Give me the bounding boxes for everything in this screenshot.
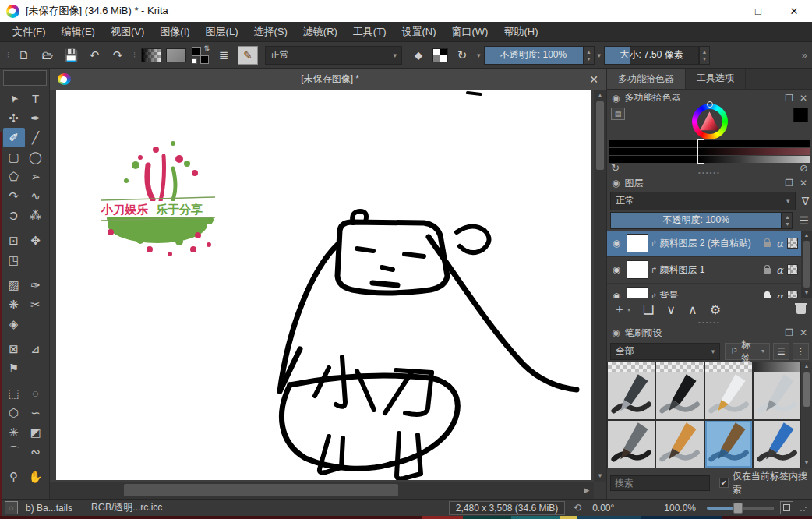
layer-name[interactable]: 背景: [659, 290, 761, 298]
background-color-swatch[interactable]: [200, 55, 209, 64]
layer-visibility-icon[interactable]: ◉: [609, 264, 624, 275]
pencil-blue[interactable]: [754, 421, 800, 468]
menu-item[interactable]: 设置(N): [394, 22, 443, 42]
layer-options-icon[interactable]: ☰: [799, 214, 809, 227]
layer-lock-icon[interactable]: [764, 242, 771, 247]
layers-scroll-thumb[interactable]: [803, 241, 810, 288]
polygon-tool[interactable]: ⬠: [3, 167, 25, 186]
menu-item[interactable]: 窗口(W): [444, 22, 496, 42]
layer-inherit-alpha-icon[interactable]: [787, 238, 798, 249]
brush-preset-partial[interactable]: [705, 362, 752, 372]
ellipse-select-tool[interactable]: ◌: [25, 383, 47, 403]
freehand-select-tool[interactable]: ∽: [25, 403, 47, 422]
dynamic-brush-tool[interactable]: Ɔ: [3, 206, 25, 225]
layer-alpha-lock-icon[interactable]: α: [776, 264, 783, 276]
brush-preset-partial[interactable]: [608, 362, 655, 372]
float-docker-icon[interactable]: ❐: [785, 327, 793, 338]
menu-item[interactable]: 帮助(H): [496, 22, 545, 42]
vertical-scroll-thumb[interactable]: [596, 101, 604, 170]
crop-tool[interactable]: ◳: [3, 250, 25, 270]
scroll-right-icon[interactable]: ▶: [580, 486, 594, 494]
window-resize-grip[interactable]: [800, 504, 807, 512]
layer-opacity-spinner[interactable]: ▲▼: [782, 212, 793, 229]
rect-select-tool[interactable]: ⬚: [3, 383, 25, 403]
pan-tool[interactable]: ✋: [25, 467, 47, 486]
open-document-icon[interactable]: 🗁: [37, 46, 58, 65]
pen-silver[interactable]: [754, 372, 800, 419]
add-layer-button[interactable]: ＋▾: [613, 302, 630, 318]
selector-settings-icon[interactable]: ▤: [611, 108, 625, 120]
eraser-mode-icon[interactable]: ⬥: [408, 46, 429, 65]
image-dimensions[interactable]: 2,480 x 3,508 (34.6 MiB): [449, 501, 565, 515]
scroll-up-icon[interactable]: ▲: [804, 362, 810, 371]
layer-name[interactable]: 颜料图层 1: [659, 263, 761, 277]
magnetic-select-tool[interactable]: ∾: [25, 442, 47, 461]
measure-tool[interactable]: ⊿: [25, 339, 47, 358]
reset-colors-icon[interactable]: [192, 58, 197, 64]
float-docker-icon[interactable]: ❐: [785, 178, 793, 189]
close-docker-icon[interactable]: ✕: [800, 93, 807, 104]
select-by-color-tool[interactable]: ◩: [25, 422, 47, 442]
layer-visibility-icon[interactable]: ◉: [609, 291, 624, 298]
menu-item[interactable]: 视图(V): [103, 22, 152, 42]
layer-alpha-lock-icon[interactable]: α: [776, 291, 783, 298]
brush-preset-partial[interactable]: [656, 362, 703, 372]
layer-blend-mode-select[interactable]: 正常 ▾: [610, 192, 796, 210]
scroll-up-icon[interactable]: ▲: [804, 231, 810, 240]
pen-white-orange[interactable]: [705, 372, 752, 419]
tag-search-checkbox[interactable]: ✔: [719, 478, 729, 488]
shade-marker[interactable]: [697, 139, 704, 164]
lock-docker-icon[interactable]: ◉: [612, 327, 620, 338]
menu-item[interactable]: 滤镜(R): [295, 22, 345, 42]
select-shapes-tool[interactable]: ➤: [3, 89, 25, 108]
menu-item[interactable]: 文件(F): [5, 22, 54, 42]
scroll-down-icon[interactable]: ▼: [804, 288, 810, 298]
marker-black[interactable]: [656, 372, 703, 419]
opacity-slider[interactable]: 不透明度: 100%: [484, 46, 584, 65]
brush-filter-select[interactable]: 全部 ▾: [610, 343, 720, 360]
color-sampler-tool[interactable]: ✑: [25, 275, 47, 295]
horizontal-scrollbar[interactable]: ▶: [50, 482, 606, 499]
tab-advanced-color-selector[interactable]: 多功能拾色器: [607, 69, 686, 89]
undo-icon[interactable]: ↶: [84, 46, 104, 65]
brush-editor-button[interactable]: ✎: [238, 46, 258, 65]
canvas-only-mode-button[interactable]: [780, 501, 793, 514]
duplicate-layer-button[interactable]: ❏: [643, 302, 654, 317]
save-icon[interactable]: 💾: [61, 46, 81, 65]
swap-colors-icon[interactable]: ⇅: [203, 44, 210, 52]
watercolor-brush[interactable]: [705, 421, 752, 468]
close-button[interactable]: ✕: [776, 0, 812, 22]
assistants-tool[interactable]: ⊠: [3, 339, 25, 358]
layer-row[interactable]: ◉ ↱ 背景 α: [607, 284, 801, 298]
layer-thumbnail[interactable]: [627, 287, 648, 298]
chevron-down-icon[interactable]: ▾: [477, 51, 481, 59]
rectangle-tool[interactable]: ▢: [3, 147, 25, 167]
layer-lock-icon[interactable]: [764, 295, 771, 298]
rotation-angle[interactable]: 0.00°: [592, 503, 614, 514]
menu-item[interactable]: 图像(I): [152, 22, 197, 42]
scroll-down-icon[interactable]: ▼: [804, 458, 810, 468]
layer-alpha-lock-icon[interactable]: α: [776, 238, 783, 249]
gradient-chooser[interactable]: [141, 48, 161, 62]
color-wheel[interactable]: [692, 104, 728, 139]
opacity-spinner[interactable]: ▲▼: [584, 46, 595, 65]
ink-pen-dark[interactable]: [608, 372, 655, 419]
zoom-slider[interactable]: [707, 507, 774, 510]
text-tool[interactable]: T: [25, 89, 47, 108]
menu-item[interactable]: 图层(L): [198, 22, 246, 42]
gradient-tool[interactable]: ▨: [3, 275, 25, 295]
layer-filter-icon[interactable]: ∇: [802, 195, 809, 207]
layer-lock-icon[interactable]: [764, 268, 771, 274]
canvas[interactable]: 小刀娱乐 乐于分享: [56, 90, 591, 480]
brush-scroll-thumb[interactable]: [803, 372, 810, 407]
menu-item[interactable]: 工具(T): [345, 22, 394, 42]
float-docker-icon[interactable]: ❐: [785, 93, 793, 104]
horizontal-scroll-thumb[interactable]: [124, 484, 398, 496]
brush-scrollbar[interactable]: ▲ ▼: [801, 362, 812, 468]
multibrush-tool[interactable]: ⁂: [25, 206, 47, 225]
maximize-button[interactable]: □: [740, 0, 776, 22]
edit-shapes-tool[interactable]: ✣: [3, 108, 25, 128]
lock-docker-icon[interactable]: ◉: [612, 178, 620, 189]
lock-docker-icon[interactable]: ◉: [612, 93, 620, 104]
paintbrush-dark[interactable]: [608, 421, 655, 468]
